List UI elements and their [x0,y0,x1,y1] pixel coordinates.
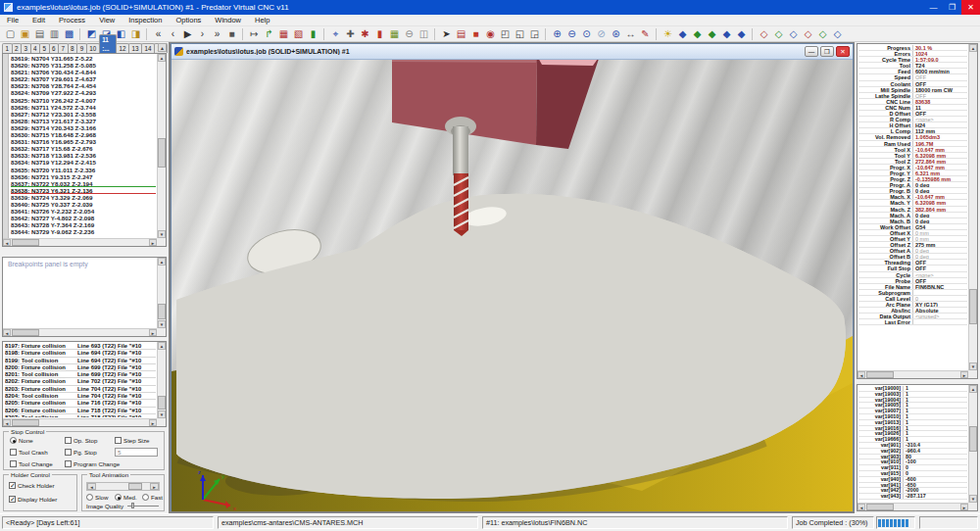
menu-item[interactable]: Options [169,16,208,24]
collision-row[interactable]: 8199: Tool collision Line 694 (T22) File… [5,358,156,364]
gcode-line[interactable]: 83634: N3719 Y12.294 Z-2.415 [11,159,156,166]
slider-right-icon[interactable]: ► [150,483,159,490]
scroll-right-icon[interactable]: ► [149,329,157,336]
step-forward-icon[interactable]: › [195,27,210,41]
scroll-right-icon[interactable]: ► [149,419,157,426]
gcode-line[interactable]: 83620: N3705 Y31.258 Z-5.085 [11,62,156,69]
gcode-line[interactable]: 83642: N3727 Y-4.802 Z-2.098 [11,215,156,221]
report-icon[interactable]: ▤ [454,27,468,41]
print-icon[interactable]: ▥ [47,27,62,41]
gcode-line[interactable]: 83625: N3710 Y26.242 Z-4.007 [11,97,156,104]
scroll-thumb[interactable] [12,419,39,426]
job-properties-icon[interactable]: ▤ [32,27,47,41]
gcode-line[interactable]: 83636: N3721 Y9.315 Z-2.247 [11,173,156,180]
gcode-vertical-scrollbar[interactable]: ▲ ▼ [157,54,166,238]
slider-left-icon[interactable]: ◄ [87,483,96,490]
collision-row[interactable]: 8206: Fixture collision Line 718 (T22) F… [5,408,156,414]
menu-item[interactable]: File [0,16,25,24]
scroll-up-icon[interactable]: ▲ [158,342,166,350]
simulation-window-titlebar[interactable]: examples\lotus\lotus.job (SOLID+SIMULATI… [172,44,853,60]
scroll-thumb[interactable] [969,426,977,452]
collision-list[interactable]: 8197: Fixture collision Line 693 (T22) F… [2,341,167,427]
gcode-line[interactable]: 83639: N3724 Y3.329 Z-2.069 [11,194,156,201]
speed-fast-radio[interactable]: Fast [142,494,163,501]
menu-item[interactable]: Inspection [122,16,169,24]
collision-row[interactable]: 8207: Tool collision Line 718 (T22) File… [5,414,156,417]
reload-nc-program-icon[interactable]: ▧ [291,27,306,41]
machine-status-panel[interactable]: Progress 30.1 % Errors 1024 Cycle Time 1… [857,43,978,379]
gcode-line[interactable]: 83638: N3723 Y6.321 Z-2.136 [11,187,156,194]
gcode-horizontal-scrollbar[interactable]: ◄ ► [3,238,157,246]
scroll-left-icon[interactable]: ◄ [3,419,11,426]
collision-check-icon[interactable]: ◉ [483,27,498,41]
program-tab[interactable]: 14 [141,43,155,53]
resize-grip[interactable] [157,418,166,426]
program-tab[interactable]: 12 [116,43,129,53]
gcode-line[interactable]: 83643: N3728 Y-7.364 Z-2.169 [11,221,156,228]
menu-item[interactable]: Edit [25,16,52,24]
collision-row[interactable]: 8200: Fixture collision Line 699 (T22) F… [5,364,156,371]
scroll-thumb[interactable] [969,289,977,324]
resize-grip[interactable] [968,503,977,510]
view-right-icon[interactable]: ◆ [705,27,719,41]
child-restore-button[interactable]: ❐ [820,46,834,57]
scroll-down-icon[interactable]: ▼ [158,410,166,418]
play-icon[interactable]: ▶ [180,27,195,41]
program-tab[interactable]: 3 [21,43,31,53]
gcode-list[interactable]: 83619: N3704 Y31.665 Z-5.2283620: N3705 … [2,53,167,247]
resize-grip[interactable] [157,328,166,336]
vars-vertical-scrollbar[interactable]: ▲ ▼ [968,385,977,503]
iso-view-4-icon[interactable]: ◇ [801,27,815,41]
gcode-line[interactable]: 83629: N3714 Y20.343 Z-3.166 [11,124,156,131]
breakpoints-horizontal-scrollbar[interactable]: ◄ ► [3,328,157,336]
collision-row[interactable]: 8203: Fixture collision Line 704 (T22) F… [5,386,156,393]
collision-row[interactable]: 8205: Fixture collision Line 716 (T22) F… [5,400,156,407]
light-icon[interactable]: ☀ [661,27,675,41]
gcode-line[interactable]: 83641: N3726 Y-2.232 Z-2.054 [11,208,156,215]
program-tab[interactable]: 13 [128,43,142,53]
status-vertical-scrollbar[interactable]: ▲ ▼ [968,44,977,370]
inspect-measure-icon[interactable]: ✚ [343,27,358,41]
scroll-thumb[interactable] [866,371,894,378]
tool-display-icon[interactable]: ▮ [372,27,387,41]
animation-speed-slider[interactable]: ◄ ► [86,482,160,491]
zoom-window-icon[interactable]: ⊙ [579,27,594,41]
inspect-zoom-icon[interactable]: ⌖ [328,27,343,41]
goto-line-icon[interactable]: ↦ [247,27,262,41]
view-back-icon[interactable]: ◆ [734,27,749,41]
new-document-icon[interactable]: ▢ [3,27,18,41]
scroll-left-icon[interactable]: ◄ [858,371,865,378]
scroll-thumb[interactable] [158,396,166,410]
stock-setup-icon[interactable]: ▮ [306,27,320,41]
scroll-thumb[interactable] [158,304,166,319]
gcode-line[interactable]: 83619: N3704 Y31.665 Z-5.22 [11,55,156,62]
zoom-out-icon[interactable]: ⊖ [564,27,579,41]
iso-view-5-icon[interactable]: ◇ [815,27,830,41]
program-change-checkbox[interactable]: Program Change [65,460,120,467]
resize-grip[interactable] [157,238,166,246]
breakpoint-gutter[interactable] [3,54,9,238]
scroll-down-icon[interactable]: ▼ [158,230,166,238]
collision-row[interactable]: 8197: Fixture collision Line 693 (T22) F… [5,343,156,350]
scroll-right-icon[interactable]: ► [960,371,968,378]
iso-view-6-icon[interactable]: ◇ [830,27,845,41]
compare-icon[interactable]: ◫ [416,27,431,41]
check-holder-checkbox[interactable]: Check Holder [9,482,55,489]
zoom-extents-icon[interactable]: ⊘ [594,27,609,41]
view-top-icon[interactable]: ◆ [675,27,690,41]
iso-view-2-icon[interactable]: ◇ [771,27,786,41]
iso-view-1-icon[interactable]: ◇ [757,27,771,41]
gcode-line[interactable]: 83622: N3707 Y29.601 Z-4.637 [11,75,156,82]
edit-nc-program-icon[interactable]: ▦ [276,27,291,41]
collision-row[interactable]: 8202: Fixture collision Line 702 (T22) F… [5,378,156,385]
stop-none-radio[interactable]: None [10,437,33,444]
gcode-line[interactable]: 83631: N3716 Y16.965 Z-2.793 [11,138,156,145]
step-size-input[interactable] [115,448,158,457]
program-tab[interactable]: 11 :... [99,34,117,53]
gcode-line[interactable]: 83644: N3729 Y-9.062 Z-2.236 [11,228,156,235]
scroll-down-icon[interactable]: ▼ [969,495,977,503]
3d-viewport[interactable]: x y z [172,60,853,511]
scroll-thumb[interactable] [12,239,39,246]
scroll-left-icon[interactable]: ◄ [858,504,865,510]
scroll-left-icon[interactable]: ◄ [3,329,11,336]
